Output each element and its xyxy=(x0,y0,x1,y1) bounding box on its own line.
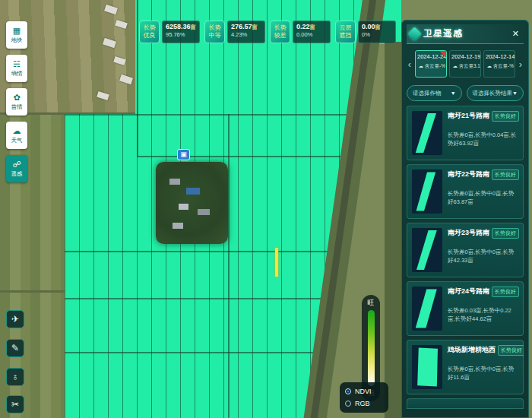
cloud-icon: ☁ xyxy=(486,63,491,68)
date-tab-1[interactable]: 2024-12-24 ☁ 含云量-% xyxy=(415,50,447,78)
date-label: 2024-12-19 xyxy=(451,53,479,60)
stat-percent: 0% xyxy=(362,31,392,38)
field-thumbnail xyxy=(412,287,442,331)
growth-status-badge: 长势良好 xyxy=(492,169,519,180)
field-boundary xyxy=(65,251,331,252)
field-thumbnail xyxy=(412,169,442,214)
select-placeholder: 请选择长势结果 xyxy=(473,90,513,97)
field-boundary xyxy=(137,156,357,157)
field-growth-detail: 长势差0亩,长势中0.04亩,长势好63.92亩 xyxy=(448,131,518,148)
stat-unit: 亩 xyxy=(375,24,381,30)
stat-label-badge: 长势优良 xyxy=(139,21,160,43)
field-card-partial[interactable] xyxy=(407,398,524,409)
date-selector-row: ‹ 2024-12-24 ☁ 含云量-% 2024-12-19 ☁ 含云量3.1… xyxy=(407,50,524,78)
sidebar-item-remote-sensing[interactable]: ☍ 遥感 xyxy=(6,155,27,182)
village-area xyxy=(156,162,228,244)
satellite-remote-sensing-panel: 卫星遥感 ✕ ‹ 2024-12-24 ☁ 含云量-% 2024-12-19 ☁… xyxy=(401,20,529,418)
sidebar-item-label: 苗情 xyxy=(11,103,22,110)
field-title: 南圩22号路南 xyxy=(448,169,489,179)
field-growth-detail: 长势差0.03亩,长势中0.22亩,长势好44.62亩 xyxy=(448,306,518,324)
radio-unselected-icon xyxy=(345,401,351,407)
legend-top-label: 旺 xyxy=(368,298,375,308)
weak-growth-strip xyxy=(275,248,278,277)
field-thumbnail xyxy=(412,228,442,272)
growth-result-select[interactable]: 请选择长势结果 ▼ xyxy=(467,85,524,101)
stat-percent: 4.23% xyxy=(231,31,261,38)
stat-value-box: 0.22亩 0.00% xyxy=(293,21,331,43)
stat-unit: 亩 xyxy=(310,24,315,30)
field-title: 南圩21号路南 xyxy=(448,111,489,121)
stat-value-box: 276.57亩 4.23% xyxy=(227,21,265,43)
stat-unit: 亩 xyxy=(252,24,258,30)
stat-percent: 95.76% xyxy=(166,31,196,38)
field-card[interactable]: 南圩23号路南 长势良好 长势差0亩,长势中0亩,长势好42.33亩 xyxy=(407,223,524,277)
date-tab-2[interactable]: 2024-12-19 ☁ 含云量3.13% xyxy=(449,50,481,78)
sidebar-item-label: 天气 xyxy=(11,136,22,144)
cloud-coverage: 含云量3.13% xyxy=(459,63,481,68)
drone-icon: ✈ xyxy=(11,314,19,325)
stat-value: 0.00 xyxy=(362,23,375,30)
layer-option-rgb[interactable]: RGB xyxy=(345,400,383,407)
radio-selected-icon xyxy=(345,388,351,394)
field-boundary xyxy=(65,352,323,353)
chevron-down-icon: ▼ xyxy=(512,90,518,96)
sidebar-item-weather[interactable]: ☁ 天气 xyxy=(6,122,27,149)
sidebar-item-plots[interactable]: ▦ 地块 xyxy=(6,21,27,49)
measure-tool-button[interactable]: ✂ xyxy=(6,395,24,413)
stat-value-box: 6258.36亩 95.76% xyxy=(162,21,200,43)
date-label: 2024-12-14 xyxy=(486,53,513,60)
globe-tool-button[interactable]: ♁ xyxy=(6,368,24,386)
field-thumbnail xyxy=(412,111,442,155)
stat-value: 0.22 xyxy=(296,23,310,30)
growth-status-badge: 长势良好 xyxy=(498,345,524,356)
stat-group-medium: 长势中等 276.57亩 4.23% xyxy=(204,21,265,43)
stat-label-badge: 长势较差 xyxy=(270,21,290,43)
map-marker-device[interactable]: ▣ xyxy=(177,149,190,160)
field-boundary xyxy=(65,114,365,116)
building xyxy=(173,223,183,229)
sidebar-item-label: 遥感 xyxy=(11,169,22,177)
field-card[interactable]: 南圩22号路南 长势良好 长势差0亩,长势中0亩,长势好63.87亩 xyxy=(407,164,524,219)
field-boundary xyxy=(137,0,138,156)
cloud-coverage: 含云量-% xyxy=(493,63,514,68)
water-icon: ☵ xyxy=(13,60,21,68)
blue-roof-building xyxy=(186,188,200,195)
cloud-icon: ☁ xyxy=(13,127,21,135)
field-card-list[interactable]: 南圩21号路南 长势良好 长势差0亩,长势中0.04亩,长势好63.92亩 南圩… xyxy=(407,106,524,413)
next-arrow-icon[interactable]: › xyxy=(518,59,524,70)
layer-label: RGB xyxy=(355,400,370,407)
building xyxy=(198,209,210,215)
tree-line-right xyxy=(385,42,401,418)
sidebar-item-soil-moisture[interactable]: ☵ 墒情 xyxy=(6,55,27,82)
growth-status-badge: 长势良好 xyxy=(492,228,519,239)
chevron-down-icon: ▼ xyxy=(451,90,456,96)
close-icon[interactable]: ✕ xyxy=(511,29,521,39)
field-card[interactable]: 南圩24号路南 长势良好 长势差0.03亩,长势中0.22亩,长势好44.62亩 xyxy=(407,281,524,336)
field-title: 南圩23号路南 xyxy=(448,228,489,238)
prev-arrow-icon[interactable]: ‹ xyxy=(407,59,413,70)
legend-gradient-bar xyxy=(368,310,375,386)
field-boundary xyxy=(228,114,230,418)
panel-title: 卫星遥感 xyxy=(423,27,507,40)
sidebar-item-label: 地块 xyxy=(11,36,22,43)
field-card[interactable]: 南圩21号路南 长势良好 长势差0亩,长势中0.04亩,长势好63.92亩 xyxy=(407,106,524,160)
date-tab-3[interactable]: 2024-12-14 ☁ 含云量-% xyxy=(483,50,515,78)
measure-icon: ✂ xyxy=(11,399,19,410)
crop-select[interactable]: 请选择作物 ▼ xyxy=(407,85,462,101)
growth-status-badge: 长势良好 xyxy=(492,287,519,297)
sidebar-item-seedling[interactable]: ✿ 苗情 xyxy=(6,88,27,116)
draw-tool-button[interactable]: ✎ xyxy=(6,339,24,357)
building xyxy=(179,204,188,210)
diamond-icon xyxy=(407,27,421,40)
stat-value-box: 0.00亩 0% xyxy=(358,21,396,43)
drone-tool-button[interactable]: ✈ xyxy=(6,310,24,328)
field-card[interactable]: 鸡场新增耕地西 长势良好 长势差0亩,长势中0亩,长势好11.6亩 xyxy=(407,340,524,394)
field-thumbnail xyxy=(412,345,442,389)
panel-header: 卫星遥感 ✕ xyxy=(407,24,524,44)
stat-group-poor: 长势较差 0.22亩 0.00% xyxy=(270,21,331,43)
stat-group-excellent: 长势优良 6258.36亩 95.76% xyxy=(139,21,200,43)
stat-percent: 0.00% xyxy=(296,31,327,38)
field-growth-detail: 长势差0亩,长势中0亩,长势好11.6亩 xyxy=(448,365,518,382)
layer-option-ndvi[interactable]: NDVI xyxy=(345,388,383,395)
field-growth-detail: 长势差0亩,长势中0亩,长势好42.33亩 xyxy=(448,248,518,265)
